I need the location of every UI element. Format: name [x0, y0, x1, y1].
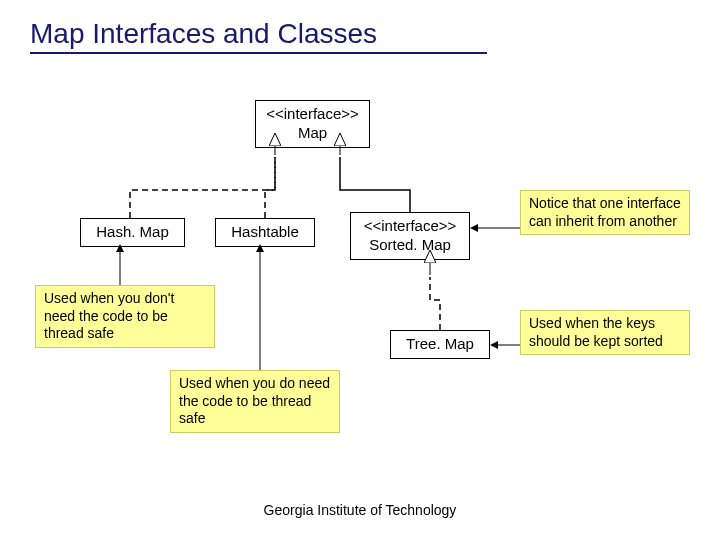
- note-treemap: Used when the keys should be kept sorted: [520, 310, 690, 355]
- class-name: Map: [266, 124, 359, 143]
- svg-marker-5: [490, 341, 498, 349]
- note-hashtable: Used when you do need the code to be thr…: [170, 370, 340, 433]
- svg-marker-7: [470, 224, 478, 232]
- note-interface-inherit: Notice that one interface can inherit fr…: [520, 190, 690, 235]
- diagram-connectors: [0, 0, 720, 540]
- class-name: Sorted. Map: [361, 236, 459, 255]
- stereotype-label: <<interface>>: [266, 105, 359, 124]
- page-title: Map Interfaces and Classes: [30, 18, 487, 54]
- stereotype-label: <<interface>>: [361, 217, 459, 236]
- uml-interface-sortedmap: <<interface>> Sorted. Map: [350, 212, 470, 260]
- uml-class-treemap: Tree. Map: [390, 330, 490, 359]
- footer-text: Georgia Institute of Technology: [0, 502, 720, 518]
- note-hashmap: Used when you don't need the code to be …: [35, 285, 215, 348]
- class-name: Tree. Map: [406, 335, 474, 352]
- class-name: Hashtable: [231, 223, 299, 240]
- uml-class-hashtable: Hashtable: [215, 218, 315, 247]
- uml-class-hashmap: Hash. Map: [80, 218, 185, 247]
- uml-interface-map: <<interface>> Map: [255, 100, 370, 148]
- class-name: Hash. Map: [96, 223, 169, 240]
